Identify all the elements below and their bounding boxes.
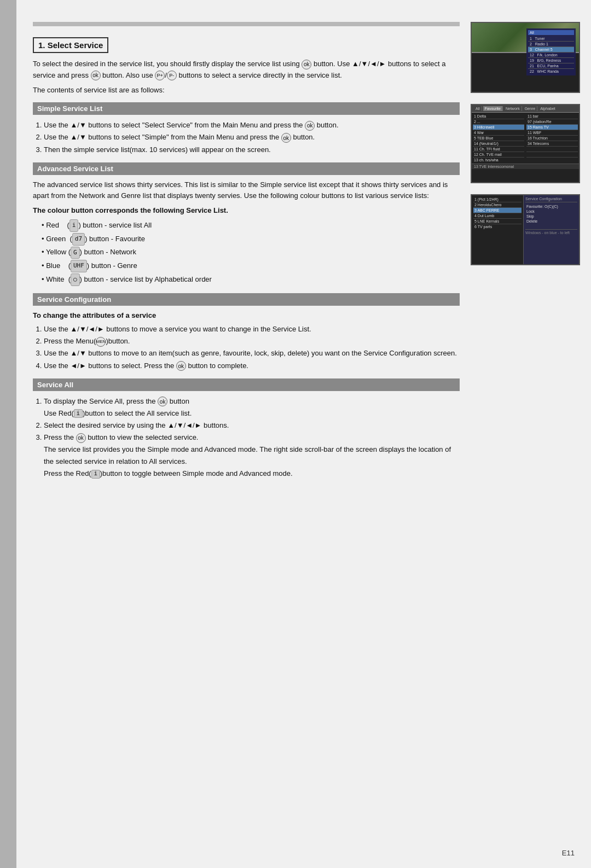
screen2-row: 11 bar xyxy=(526,114,578,119)
image-column: All 1 Tuner 2 Radio 1 3 Channel 5 12 F/k… xyxy=(471,22,580,846)
screen3-row: 6 TV parts xyxy=(473,224,522,229)
screen3-config-row: Favourite: O(C)(C) xyxy=(525,204,577,209)
screen1-image: All 1 Tuner 2 Radio 1 3 Channel 5 12 F/k… xyxy=(471,22,580,93)
screen3-config-row: Delete xyxy=(525,219,577,224)
screen3-config-row: Lock xyxy=(525,209,577,214)
service-all-header: Service All xyxy=(33,378,460,391)
list-item: Blue (UHF) button - Genre xyxy=(42,259,460,273)
list-item: Yellow (G) button - Network xyxy=(42,246,460,259)
list-item: White (○) button - service list by Alpha… xyxy=(42,273,460,287)
screen3-row-selected: 3 ABC FERRE xyxy=(473,208,522,213)
screen3-row: 1 (Pict 1/2HR) xyxy=(473,197,522,202)
red-icon-sa: i xyxy=(74,409,83,418)
screen2-row xyxy=(526,152,578,158)
advanced-description: The advanced service list shows thirty s… xyxy=(33,179,460,202)
ok-icon-s2: ok xyxy=(281,133,291,143)
service-config-list: Use the ▲/▼/◄/► buttons to move a servic… xyxy=(44,323,460,371)
screen3-row: 5 LNE Kernals xyxy=(473,219,522,224)
screen2-row: 4 War xyxy=(473,130,524,136)
red-icon-sa2: i xyxy=(91,470,100,479)
screen3-image: 1 (Pict 1/2HR) 2 HerolduChero 3 ABC FERR… xyxy=(471,194,580,265)
blue-btn-icon: UHF xyxy=(71,260,87,272)
ok-icon-s1: ok xyxy=(305,121,315,131)
ok-btn-icon: ok xyxy=(302,60,311,69)
service-all-list: To display the Service All, press the ok… xyxy=(44,395,460,480)
list-item: To display the Service All, press the ok… xyxy=(44,395,460,420)
list-item: Use the ▲/▼ buttons to move to an item(s… xyxy=(44,347,460,359)
screen3-config-row: Skip xyxy=(525,214,577,219)
screen2-row xyxy=(526,147,578,152)
screen2-footer: 13 TVE Interescomonal xyxy=(472,164,579,169)
screen2-row: 97 (station/Re xyxy=(526,119,578,125)
screen1-row: 1 Tuner xyxy=(528,36,574,42)
list-item: Green (d7) button - Favourite xyxy=(42,232,460,246)
green-btn-icon: d7 xyxy=(72,233,85,246)
main-content: 1. Select Service To select the desired … xyxy=(16,0,591,868)
left-bar xyxy=(0,0,16,868)
screen2-row: 1 Delta xyxy=(473,114,524,119)
screen2-tab: Alphabet xyxy=(538,106,557,111)
screen2-image: All Favourite Network Genre Alphabet 1 D… xyxy=(471,104,580,183)
screen3-config-title: Service Configuration xyxy=(525,197,577,202)
screen2-row: 16 Truchton xyxy=(526,136,578,141)
screen2-row: 5 TEB Blue xyxy=(473,136,524,141)
screen3-row: 4 Dut Lumb xyxy=(473,213,522,219)
white-btn-icon: ○ xyxy=(71,273,80,286)
screen2-row xyxy=(526,158,578,162)
menu-icon: MEN xyxy=(96,337,106,347)
ok-icon-sa2: ok xyxy=(76,433,86,443)
simple-service-list-header: Simple Service List xyxy=(33,102,460,115)
simple-service-list: Use the ▲/▼ buttons to select "Select Se… xyxy=(44,119,460,155)
screen1-row-selected: 3 Channel 5 xyxy=(528,47,574,53)
screen2-row-selected: 3 Hillcrewell xyxy=(473,125,524,130)
screen1-row: 21 ECU, Panha xyxy=(528,63,574,69)
list-item: Then the simple service list(max. 10 ser… xyxy=(44,144,460,156)
section-title: 1. Select Service xyxy=(33,37,108,53)
screen1-title: All xyxy=(528,30,574,35)
advanced-service-list-header: Advanced Service List xyxy=(33,162,460,175)
screen2-tab: Network xyxy=(504,106,522,111)
ok-icon-s3: ok xyxy=(176,361,186,371)
intro-paragraph: To select the desired in the service lis… xyxy=(33,59,460,81)
screen3-footer: Windows - on blue - to left xyxy=(525,229,577,235)
screen2-row: 13 ch. tvs/wha xyxy=(473,158,524,162)
screen2-row: 14 (Neutral/1/) xyxy=(473,141,524,147)
p-plus-icon: P+ xyxy=(155,71,165,80)
p-minus-icon: P- xyxy=(167,71,177,80)
colour-header: The colour button corresponds the follow… xyxy=(33,205,460,217)
yellow-btn-icon: G xyxy=(71,247,80,259)
list-item: Use the ▲/▼ buttons to select "Simple" f… xyxy=(44,131,460,143)
red-btn-icon: i xyxy=(69,219,79,232)
list-item: Press the ok button to view the selected… xyxy=(44,432,460,480)
screen2-tab: Genre xyxy=(523,106,537,111)
page-number: E11 xyxy=(562,849,575,857)
list-item: Use the ▲/▼/◄/► buttons to move a servic… xyxy=(44,323,460,335)
list-item: Press the Menu(MEN)button. xyxy=(44,335,460,347)
ok-btn-icon2: ok xyxy=(91,71,101,80)
screen2-tab: All xyxy=(474,106,482,111)
colour-button-list: Red (i) button - service list All Green … xyxy=(42,219,460,286)
screen1-row: 2 Radio 1 xyxy=(528,42,574,47)
list-item: Use the ▲/▼ buttons to select "Select Se… xyxy=(44,119,460,131)
contents-label: The contents of service list are as foll… xyxy=(33,85,460,96)
screen1-row: 12 F/k. London xyxy=(528,53,574,58)
service-configuration-header: Service Configuration xyxy=(33,293,460,306)
list-item: Select the desired service by using the … xyxy=(44,420,460,432)
top-divider xyxy=(33,22,460,26)
screen2-row: 34 Telecoms xyxy=(526,141,578,147)
screen1-row: 19 B/G, Redness xyxy=(528,58,574,63)
service-config-subheader: To change the attributes of a service xyxy=(33,310,460,322)
screen2-row: 11 Ch. TFI fluid xyxy=(473,147,524,152)
page-wrapper: 1. Select Service To select the desired … xyxy=(0,0,591,868)
list-item: Red (i) button - service list All xyxy=(42,219,460,232)
ok-icon-sa1: ok xyxy=(158,397,167,406)
text-column: 1. Select Service To select the desired … xyxy=(33,22,460,846)
screen2-row: 12 Ch. TVE mail xyxy=(473,152,524,158)
screen3-row: 2 HerolduChero xyxy=(473,202,522,208)
screen2-row-selected: 15 Rams TV xyxy=(526,125,578,130)
screen2-row: 11 WBF xyxy=(526,130,578,136)
screen1-row: 22 WHC Randa xyxy=(528,69,574,74)
list-item: Use the ◄/► buttons to select. Press the… xyxy=(44,360,460,372)
screen2-tab-active: Favourite xyxy=(483,106,503,111)
screen2-row: 2 ... xyxy=(473,119,524,125)
